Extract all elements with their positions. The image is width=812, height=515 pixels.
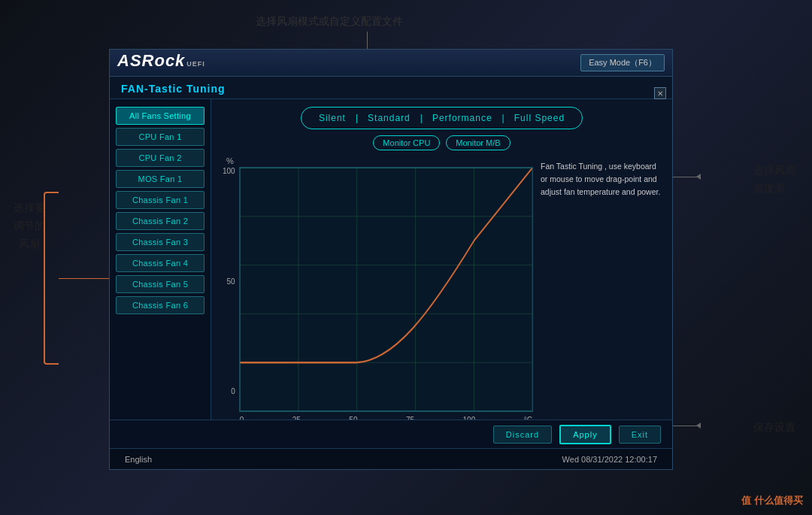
x-100: 100 (463, 416, 476, 420)
top-bar: ASRockUEFI Easy Mode（F6） (110, 50, 672, 77)
discard-button[interactable]: Discard (493, 426, 552, 444)
top-annotation: 选择风扇模式或自定义配置文件 (256, 14, 403, 29)
outer-background: 选择风扇模式或自定义配置文件 选择要 调节的 风扇 选择风扇 温度源 保存设置 … (0, 0, 812, 515)
y-100: 100 (223, 167, 235, 175)
svg-rect-13 (240, 168, 532, 411)
chart-svg (240, 168, 532, 411)
x-50: 50 (349, 416, 357, 420)
mode-full-speed[interactable]: Full Speed (508, 111, 571, 126)
sep1: | (356, 113, 358, 123)
fan-button-cpu1[interactable]: CPU Fan 1 (116, 128, 205, 146)
watermark: 值 什么值得买 (741, 494, 803, 507)
left-annotation: 选择要 调节的 风扇 (14, 199, 45, 253)
x-25: 25 (292, 416, 301, 420)
fan-sidebar: All Fans Setting CPU Fan 1 CPU Fan 2 MOS… (110, 99, 211, 420)
uefi-window: ASRockUEFI Easy Mode（F6） FAN-Tastic Tuni… (109, 49, 673, 470)
sep2: | (420, 113, 423, 123)
left-bracket (44, 192, 59, 365)
asrock-logo: ASRockUEFI (117, 51, 205, 75)
x-75: 75 (406, 416, 414, 420)
close-button[interactable]: ✕ (654, 87, 666, 99)
fan-button-chassis4[interactable]: Chassis Fan 4 (116, 254, 205, 272)
y-0: 0 (231, 387, 235, 395)
fan-button-all[interactable]: All Fans Setting (116, 107, 205, 125)
fan-button-cpu2[interactable]: CPU Fan 2 (116, 149, 205, 167)
status-datetime: Wed 08/31/2022 12:00:17 (562, 455, 657, 464)
main-content: All Fans Setting CPU Fan 1 CPU Fan 2 MOS… (110, 99, 672, 420)
y-50: 50 (227, 277, 235, 286)
x-axis-labels: 0 25 50 75 100 °C (240, 414, 532, 420)
mode-performance[interactable]: Performance (426, 111, 498, 126)
mode-silent[interactable]: Silent (313, 111, 352, 126)
sep3: | (502, 113, 504, 123)
fan-button-chassis3[interactable]: Chassis Fan 3 (116, 233, 205, 251)
chart-with-axis: 100 50 0 (223, 167, 533, 412)
chart-container: % 100 50 0 (223, 156, 661, 412)
fan-button-mos1[interactable]: MOS Fan 1 (116, 170, 205, 188)
exit-button[interactable]: Exit (619, 426, 661, 444)
content-area: FAN-Tastic Tuning ✕ All Fans Setting CPU… (110, 77, 672, 469)
easy-mode-button[interactable]: Easy Mode（F6） (580, 54, 665, 71)
status-bar: English Wed 08/31/2022 12:00:17 (110, 448, 672, 469)
monitor-cpu-button[interactable]: Monitor CPU (373, 135, 440, 150)
fan-button-chassis5[interactable]: Chassis Fan 5 (116, 275, 205, 293)
mode-row: Silent | Standard | Performance | Full S… (223, 107, 661, 129)
mode-selector: Silent | Standard | Performance | Full S… (301, 107, 583, 129)
bottom-action-bar: Discard Apply Exit (110, 420, 672, 448)
status-language: English (125, 455, 152, 464)
y-axis-values: 100 50 0 (223, 167, 239, 412)
apply-button[interactable]: Apply (559, 425, 611, 444)
right-annotation-temp: 选择风扇 温度源 (753, 162, 795, 198)
chart-area: 0 25 50 75 100 °C (239, 167, 533, 412)
fan-button-chassis1[interactable]: Chassis Fan 1 (116, 191, 205, 209)
fan-button-chassis6[interactable]: Chassis Fan 6 (116, 296, 205, 314)
x-unit: °C (524, 416, 532, 420)
fan-button-chassis2[interactable]: Chassis Fan 2 (116, 212, 205, 230)
save-arrow-head (696, 423, 701, 429)
mode-standard[interactable]: Standard (362, 111, 417, 126)
chart-wrapper: % 100 50 0 (223, 156, 533, 412)
monitor-row: Monitor CPU Monitor M/B (223, 135, 661, 150)
right-annotation-save: 保存设置 (753, 420, 795, 435)
right-panel: Silent | Standard | Performance | Full S… (211, 99, 672, 420)
monitor-mb-button[interactable]: Monitor M/B (446, 135, 510, 150)
y-axis-label: % (223, 156, 234, 165)
info-text: Fan Tastic Tuning , use keyboard or mous… (541, 156, 661, 412)
x-0: 0 (240, 416, 244, 420)
right-arrow-head (696, 174, 701, 180)
window-title: FAN-Tastic Tuning (110, 77, 672, 99)
left-bracket-arrow (59, 278, 111, 279)
